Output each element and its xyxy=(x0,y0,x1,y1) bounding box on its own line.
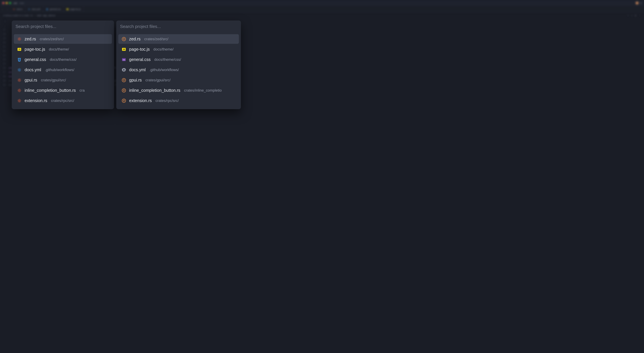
line-number: 17 xyxy=(0,28,9,32)
line-number: 29 xyxy=(0,79,9,83)
file-name: gpui.rs xyxy=(24,78,37,83)
file-name: extension.rs xyxy=(24,98,47,103)
file-result-row[interactable]: R zed.rs crates/zed/src/ xyxy=(118,34,239,44)
avatar[interactable] xyxy=(636,2,638,5)
svg-point-4 xyxy=(19,38,20,40)
svg-point-7 xyxy=(19,69,20,71)
svg-point-1 xyxy=(29,9,30,10)
branch-name[interactable]: main xyxy=(19,2,24,5)
traffic-lights[interactable] xyxy=(2,2,11,4)
search-input[interactable] xyxy=(16,24,110,29)
svg-text:JS: JS xyxy=(123,48,125,50)
file-path: docs/theme/css/ xyxy=(50,58,76,62)
assist-icon[interactable]: ✦ xyxy=(631,14,632,17)
js-icon: JS xyxy=(66,8,69,11)
svg-point-18 xyxy=(124,69,124,70)
line-number: 25 xyxy=(0,62,9,66)
file-name: page-toc.js xyxy=(129,47,150,52)
gear-blue-icon xyxy=(17,68,22,72)
rust-icon xyxy=(13,8,15,11)
breadcrumb-path[interactable]: crates/zed/src/zed.rs › mod app_menus xyxy=(3,14,56,17)
search-field-container xyxy=(12,21,114,32)
zoom-window-icon[interactable] xyxy=(9,2,11,4)
titlebar: zed main ▾ xyxy=(0,0,644,6)
line-number: 26 xyxy=(0,66,9,70)
css-icon xyxy=(46,8,48,11)
outline-icon[interactable]: ≣ xyxy=(635,14,636,17)
file-result-row[interactable]: zed.rs crates/zed/src/ xyxy=(14,34,112,44)
line-number: 24 xyxy=(0,58,9,62)
breadcrumb: crates/zed/src/zed.rs › mod app_menus ⌕ … xyxy=(0,13,644,19)
js-icon: JS xyxy=(17,47,22,52)
file-path: crates/rpc/src/ xyxy=(156,99,179,103)
file-result-row[interactable]: general.css docs/theme/css/ xyxy=(14,55,112,64)
tab[interactable]: zed.rs xyxy=(10,6,25,12)
file-name: docs.yml xyxy=(24,67,41,72)
file-name: docs.yml xyxy=(129,67,146,72)
line-number: 30 xyxy=(0,83,9,87)
results-list: R zed.rs crates/zed/src/ JS page-toc.js … xyxy=(116,32,241,109)
file-result-row[interactable]: JS page-toc.js docs/theme/ xyxy=(14,45,112,54)
rust-gear-icon xyxy=(17,37,22,41)
svg-text:css: css xyxy=(123,59,125,61)
svg-point-10 xyxy=(19,100,20,101)
search-input[interactable] xyxy=(120,24,237,29)
tab-history-back[interactable]: ‹ xyxy=(0,8,5,11)
file-result-row[interactable]: JS page-toc.js docs/theme/ xyxy=(118,45,239,54)
tab-label: zed.rs xyxy=(16,8,22,11)
file-result-row[interactable]: inline_completion_button.rs cra xyxy=(14,86,112,95)
minimize-window-icon[interactable] xyxy=(6,2,8,4)
file-path: .github/workflows/ xyxy=(45,68,74,72)
file-path: crates/rpc/src/ xyxy=(51,99,74,103)
file-path: crates/zed/src/ xyxy=(144,37,168,41)
rust-circ-icon: R xyxy=(122,88,126,93)
svg-text:R: R xyxy=(123,38,125,40)
tab-label: general.css xyxy=(50,8,61,11)
svg-text:JS: JS xyxy=(18,48,20,50)
svg-text:R: R xyxy=(123,100,125,102)
file-result-row[interactable]: gpui.rs crates/gpui/src/ xyxy=(14,75,112,85)
line-number: … xyxy=(0,24,9,28)
file-path: crates/zed/src/ xyxy=(40,37,64,41)
tab[interactable]: general.css xyxy=(43,6,64,12)
file-path: docs/theme/ xyxy=(49,47,69,52)
tabstrip: ‹ › zed.rs docs.yml general.css JS page-… xyxy=(0,6,644,13)
svg-text:R: R xyxy=(123,79,125,81)
project-name[interactable]: zed xyxy=(14,2,17,5)
file-result-row[interactable]: R extension.rs crates/rpc/src/ xyxy=(118,96,239,105)
file-result-row[interactable]: R inline_completion_button.rs crates/inl… xyxy=(118,86,239,95)
svg-text:JS: JS xyxy=(67,9,68,10)
line-number: 19 xyxy=(0,36,9,41)
gear-gray-icon xyxy=(122,68,126,72)
line-number: 28 xyxy=(0,74,9,79)
file-path: crates/gpui/src/ xyxy=(146,78,170,82)
results-list: zed.rs crates/zed/src/ JS page-toc.js do… xyxy=(12,32,114,109)
file-result-row[interactable]: extension.rs crates/rpc/src/ xyxy=(14,96,112,105)
file-name: extension.rs xyxy=(129,98,152,103)
file-result-row[interactable]: R gpui.rs crates/gpui/src/ xyxy=(118,75,239,85)
css-solid-icon: css xyxy=(122,58,126,62)
close-window-icon[interactable] xyxy=(2,2,4,4)
file-name: page-toc.js xyxy=(24,47,45,52)
tab-label: docs.yml xyxy=(32,8,40,11)
file-name: zed.rs xyxy=(24,37,36,42)
svg-point-0 xyxy=(14,9,14,10)
rust-gear-icon xyxy=(17,99,22,103)
file-result-row[interactable]: css general.css docs/theme/css/ xyxy=(118,55,239,64)
file-finder-palettes: zed.rs crates/zed/src/ JS page-toc.js do… xyxy=(12,21,636,109)
svg-text:R: R xyxy=(123,89,125,92)
file-name: zed.rs xyxy=(129,37,140,42)
search-icon[interactable]: ⌕ xyxy=(627,14,629,17)
tab-history-forward[interactable]: › xyxy=(5,8,10,11)
file-finder-right: R zed.rs crates/zed/src/ JS page-toc.js … xyxy=(116,21,241,109)
file-result-row[interactable]: docs.yml .github/workflows/ xyxy=(14,65,112,75)
tab[interactable]: JS page-toc.js xyxy=(64,6,84,12)
file-path: .github/workflows/ xyxy=(150,68,179,72)
file-name: inline_completion_button.rs xyxy=(24,88,76,93)
tab[interactable]: docs.yml xyxy=(25,6,43,12)
more-icon[interactable]: ⋮ xyxy=(638,14,641,17)
chevron-down-icon[interactable]: ▾ xyxy=(640,2,642,5)
file-result-row[interactable]: docs.yml .github/workflows/ xyxy=(118,65,239,75)
line-number: 21 xyxy=(0,45,9,49)
rust-circ-icon: R xyxy=(122,37,126,41)
